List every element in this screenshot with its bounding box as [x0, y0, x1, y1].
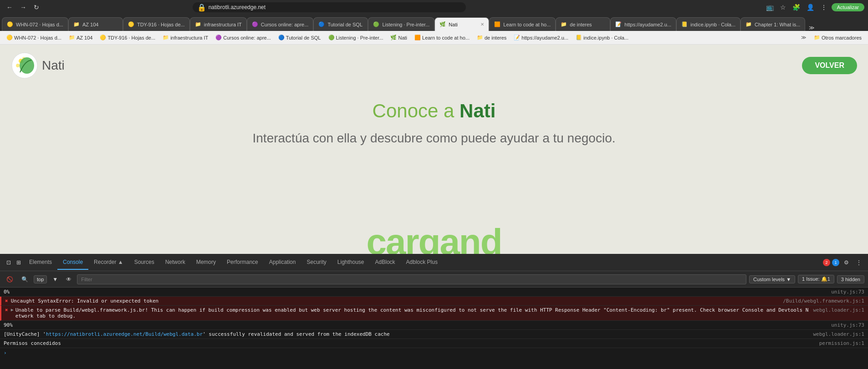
- extensions-icon[interactable]: 🧩: [791, 3, 802, 12]
- console-msg-2: Uncaught SyntaxError: Invalid or unexpec…: [11, 298, 780, 304]
- devtools-tab-sources[interactable]: Sources: [129, 255, 160, 270]
- tab-chapter[interactable]: 📁 Chapter 1: What is...: [740, 17, 805, 31]
- console-file-5[interactable]: webgl.loader.js:1: [813, 331, 864, 337]
- bookmark-icon-interes: 📁: [477, 35, 483, 40]
- actualizar-button[interactable]: Actualizar: [832, 3, 864, 11]
- tab-learn[interactable]: 🟧 Learn to code at ho...: [489, 17, 556, 31]
- loading-text: cargand: [366, 221, 501, 254]
- menu-icon[interactable]: ⋮: [819, 3, 829, 12]
- tab-favicon-az104: 📁: [73, 21, 80, 28]
- bookmark-whn[interactable]: 🟡 WHN-072 · Hojas d...: [4, 34, 64, 41]
- bookmark-interes[interactable]: 📁 de interes: [474, 34, 509, 41]
- console-row-3: ✖ ▶ Unable to parse Build/webgl.framewor…: [0, 306, 868, 321]
- console-issue-badge[interactable]: 1 Issue: 🔔1: [798, 275, 834, 283]
- console-row-4: 90% unity.js:73: [0, 321, 868, 330]
- devtools-more-icon[interactable]: ⋮: [853, 258, 864, 268]
- console-row-1: 0% unity.js:73: [0, 288, 868, 297]
- bookmark-sql[interactable]: 🔵 Tutorial de SQL: [276, 34, 324, 41]
- devtools-tab-application[interactable]: Application: [264, 255, 301, 270]
- tab-ayudame[interactable]: 📝 https://ayudame2.u...: [610, 17, 676, 31]
- bookmark-ayudame[interactable]: 📝 https://ayudame2.u...: [511, 34, 571, 41]
- bookmark-label-tdy: TDY-916 · Hojas de...: [107, 35, 155, 40]
- logo-area: Nati: [11, 52, 65, 79]
- console-filter-input[interactable]: [77, 274, 746, 284]
- tab-infra[interactable]: 📁 infraestructura IT: [190, 17, 247, 31]
- bookmark-nati[interactable]: 🌿 Nati: [388, 34, 410, 41]
- console-eye-icon[interactable]: 👁: [63, 274, 74, 284]
- devtools-tab-lighthouse[interactable]: Lighthouse: [332, 255, 370, 270]
- bookmark-learn[interactable]: 🟧 Learn to code at ho...: [412, 34, 472, 41]
- bookmark-icon-listening: 🟢: [328, 35, 335, 40]
- console-file-1[interactable]: unity.js:73: [831, 289, 864, 295]
- tabs-more-button[interactable]: ≫: [805, 25, 818, 31]
- tab-cursos[interactable]: 🟣 Cursos online: apre...: [247, 17, 314, 31]
- volver-button[interactable]: VOLVER: [802, 57, 857, 74]
- console-hidden-badge[interactable]: 3 hidden: [837, 275, 864, 283]
- profile-icon[interactable]: 👤: [805, 3, 816, 12]
- console-filter-icon[interactable]: 🔍: [19, 274, 31, 284]
- tab-az104[interactable]: 📁 AZ 104: [68, 17, 123, 31]
- console-dropdown-icon[interactable]: ▼: [50, 274, 61, 284]
- console-file-6[interactable]: permission.js:1: [819, 340, 864, 346]
- bookmark-az104[interactable]: 📁 AZ 104: [66, 34, 95, 41]
- bookmark-listening[interactable]: 🟢 Listening · Pre-inter...: [326, 34, 386, 41]
- console-input-row[interactable]: ›: [0, 348, 868, 358]
- svg-point-4: [20, 57, 34, 74]
- bookmark-label-az104: AZ 104: [77, 35, 92, 40]
- expand-icon-3: ▶: [11, 307, 14, 312]
- devtools-settings-icon[interactable]: ⚙: [841, 258, 852, 268]
- devtools-tab-memory[interactable]: Memory: [191, 255, 221, 270]
- devtools-tab-recorder[interactable]: Recorder ▲: [88, 255, 129, 270]
- console-context-selector[interactable]: top: [34, 275, 47, 283]
- tab-interes[interactable]: 📁 de interes: [556, 17, 610, 31]
- tab-whn[interactable]: 🟡 WHN-072 · Hojas d...: [2, 17, 68, 31]
- devtools-right-icons: 2 1 ⚙ ⋮: [823, 258, 864, 268]
- nati-logo-icon: [11, 52, 38, 79]
- console-msg-3: Unable to parse Build/webgl.framework.js…: [15, 307, 810, 319]
- bookmark-icon-nati: 🌿: [390, 35, 397, 40]
- tab-nati[interactable]: 🌿 Nati ✕: [434, 17, 489, 31]
- back-button[interactable]: ←: [4, 3, 15, 12]
- devtools-tab-adblock[interactable]: AdBlock: [370, 255, 401, 270]
- devtools-tab-console[interactable]: Console: [57, 255, 88, 270]
- tab-favicon-interes: 📁: [561, 21, 567, 28]
- headline: Conoce a Nati: [373, 100, 496, 122]
- devtools-tab-security[interactable]: Security: [301, 255, 332, 270]
- devtools-tab-network[interactable]: Network: [160, 255, 191, 270]
- toolbar-right: 📺 ☆ 🧩 👤 ⋮ Actualizar: [764, 3, 864, 12]
- bookmark-colab[interactable]: 📒 indice.ipynb · Cola...: [573, 34, 631, 41]
- forward-button[interactable]: →: [17, 3, 29, 12]
- tab-favicon-learn: 🟧: [494, 21, 500, 28]
- tab-listening[interactable]: 🟢 Listening · Pre-inter...: [368, 17, 434, 31]
- page-content: Nati VOLVER Conoce a Nati Interactúa con…: [0, 45, 868, 254]
- bookmark-cursos[interactable]: 🟣 Cursos online: apre...: [213, 34, 274, 41]
- tab-sql[interactable]: 🔵 Tutorial de SQL: [313, 17, 368, 31]
- bookmark-tdy[interactable]: 🟡 TDY-916 · Hojas de...: [97, 34, 158, 41]
- devtools-expand-icon[interactable]: ⊞: [14, 258, 24, 268]
- bookmark-otros[interactable]: 📁 Otros marcadores: [811, 34, 864, 41]
- devtools-tab-performance[interactable]: Performance: [221, 255, 264, 270]
- console-levels-selector[interactable]: Custom levels ▼: [749, 275, 795, 283]
- devtools-dock-icon[interactable]: ⊡: [4, 258, 14, 268]
- tab-colab[interactable]: 📒 indice.ipynb · Cola...: [676, 17, 740, 31]
- headline-bold: Nati: [460, 100, 495, 121]
- bookmark-icon[interactable]: ☆: [778, 3, 788, 12]
- console-row-5: [UnityCache] 'https://natibrotli.azureed…: [0, 330, 868, 339]
- console-file-3[interactable]: webgl.loader.js:1: [813, 307, 864, 313]
- unitycache-link[interactable]: https://natibrotli.azureedge.net/Build/w…: [46, 331, 203, 337]
- tab-favicon-chapter: 📁: [745, 21, 752, 28]
- tab-close-nati[interactable]: ✕: [480, 22, 484, 27]
- devtools-tab-adblockplus[interactable]: Adblock Plus: [401, 255, 443, 270]
- devtools-tab-elements[interactable]: Elements: [24, 255, 57, 270]
- console-file-4[interactable]: unity.js:73: [831, 322, 864, 328]
- address-bar[interactable]: 🔒 natibrotli.azureedge.net: [193, 2, 466, 12]
- browser-chrome: ← → ↻ 🔒 natibrotli.azureedge.net 📺 ☆ 🧩 👤…: [0, 0, 868, 45]
- tab-favicon-cursos: 🟣: [252, 21, 258, 28]
- bookmark-infra[interactable]: 📁 infraestructura IT: [160, 34, 211, 41]
- console-clear-icon[interactable]: 🚫: [4, 274, 16, 284]
- cast-icon[interactable]: 📺: [764, 3, 776, 12]
- bookmarks-more-button[interactable]: ≫: [798, 34, 809, 41]
- tab-tdy[interactable]: 🟡 TDY-916 · Hojas de...: [123, 17, 190, 31]
- refresh-button[interactable]: ↻: [31, 3, 42, 12]
- console-file-2[interactable]: /Build/webgl.framework.js:1: [783, 298, 864, 304]
